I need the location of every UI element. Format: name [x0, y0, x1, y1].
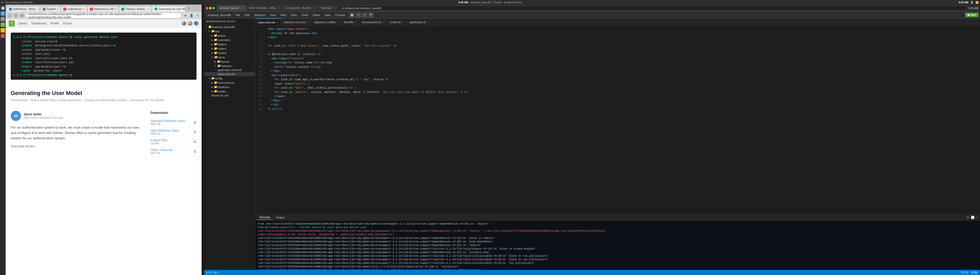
tab-close-1[interactable]: ×	[38, 8, 40, 10]
ide-browser-tab-2[interactable]: drive / treebook — Bitb... ×	[247, 5, 283, 11]
editor-content[interactable]: 12345 678910 1112131415 1617181920 <div …	[255, 26, 980, 214]
app-icon-terminal[interactable]: T	[0, 22, 5, 27]
ide-tool-save[interactable]: 💾	[349, 13, 355, 17]
ide-address-bar[interactable]: c9.io/bkenmur/treebook_bpostfit	[339, 6, 966, 11]
tree-item-index-erb[interactable]: index.html.erb	[204, 72, 255, 76]
tree-item-config[interactable]: ▼ 📂 config	[204, 76, 255, 81]
editor-tab-dev[interactable]: development.rb ×	[360, 18, 387, 26]
editor-tab-index[interactable]: index.html.erb ×	[255, 18, 281, 26]
tree-item-devise-yml[interactable]: devise.en.yml	[204, 93, 255, 98]
ide-browser-tab-1[interactable]: treebook_bposuf... ×	[217, 5, 246, 11]
browser-tab-6[interactable]: Generating the User Mo... ×	[152, 6, 185, 12]
nav-dashboard[interactable]: Dashboard	[32, 22, 46, 25]
ide-browser-tab-close-3[interactable]: ×	[314, 6, 315, 9]
notification-icon[interactable]: 🔔	[188, 21, 192, 26]
download-icon-3[interactable]: ⬇	[193, 140, 197, 144]
breadcrumb-course[interactable]: Build a Simple Ruby on Rails Application	[30, 98, 81, 101]
download-icon-4[interactable]: ⬇	[193, 150, 197, 153]
tree-item-mailers[interactable]: ▶ 📁 mailers	[204, 46, 255, 51]
download-name-1[interactable]: Standard Definition Video	[151, 119, 185, 123]
search-icon[interactable]: 🔍	[182, 21, 186, 26]
tree-item-controllers[interactable]: ▶ 📁 controllers	[204, 38, 255, 42]
ide-browser-tab-close-1[interactable]: ×	[242, 6, 244, 9]
menu-item-help[interactable]: Help	[323, 13, 332, 17]
tree-item-models[interactable]: ▶ 📁 models	[204, 51, 255, 55]
editor-tab-close-dev[interactable]: ×	[383, 21, 385, 24]
editor-tab-close-index[interactable]: ×	[277, 21, 278, 24]
tab-close-4[interactable]: ×	[115, 8, 116, 10]
menu-item-share[interactable]: Share	[310, 13, 322, 17]
app-menu-apple[interactable]: ●	[2, 1, 3, 4]
editor-tab-routes[interactable]: routes.rb ×	[387, 18, 407, 26]
ide-tool-redo[interactable]: ↻	[362, 13, 368, 17]
treehouse-logo[interactable]: T	[9, 21, 15, 27]
ide-tool-search[interactable]: 🔍	[368, 13, 374, 17]
editor-tab-gemfile[interactable]: Gemfile ×	[342, 18, 360, 26]
breadcrumb-programming[interactable]: Programming	[11, 98, 27, 101]
download-name-3[interactable]: Project Files	[151, 139, 167, 142]
ide-browser-tab-4[interactable]: Treebook ×	[318, 5, 337, 11]
tree-item-initializers[interactable]: ▶ 📁 initializers	[204, 85, 255, 89]
address-bar[interactable]: teamtreehouse.com/library/programming/bu…	[25, 13, 182, 18]
editor-tab-close-routes[interactable]: ×	[402, 21, 404, 24]
new-tab-button[interactable]: +	[186, 6, 191, 10]
editor-tab-close-appconfig[interactable]: ×	[428, 21, 429, 24]
download-icon-2[interactable]: ⬇	[193, 130, 197, 134]
menu-item-file[interactable]: File	[234, 13, 242, 17]
browser-tab-4[interactable]: tredemercury | All ×	[88, 6, 118, 12]
browser-tab-1[interactable]: twitterlenary - Asino... ×	[6, 6, 40, 12]
refresh-button[interactable]: ↺	[19, 13, 24, 18]
editor-tab-coffee[interactable]: statuses.js.coffee ×	[311, 18, 342, 26]
tree-item-statuses[interactable]: ▼ 📂 statuses	[204, 64, 255, 68]
app-icon-files[interactable]: F	[0, 17, 5, 21]
tree-item-application-erb[interactable]: application.html.erb	[204, 68, 255, 72]
ide-browser-tab-close-4[interactable]: ×	[333, 6, 334, 9]
maximize-window-button[interactable]	[212, 7, 215, 9]
editor-tab-close-css[interactable]: ×	[307, 21, 309, 24]
menu-item-edit[interactable]: Edit	[242, 13, 251, 17]
nav-profile[interactable]: Profile	[50, 22, 59, 25]
terminal-close-icon[interactable]: ×	[976, 216, 978, 219]
browser-tab-5[interactable]: Training | Sreebo... ×	[119, 6, 151, 12]
menu-item-goto[interactable]: Goto	[289, 13, 299, 17]
bookmark-icon[interactable]: ★	[183, 13, 188, 18]
settings-icon[interactable]: ⚙	[194, 21, 199, 26]
minimize-window-button[interactable]	[209, 7, 212, 9]
output-tab[interactable]: Output	[274, 215, 286, 220]
tree-item-environments[interactable]: ▶ 📁 environments	[204, 81, 255, 85]
menu-item-find[interactable]: Find	[268, 13, 277, 17]
nav-library[interactable]: Library	[18, 22, 27, 25]
tab-close-5[interactable]: ×	[148, 8, 150, 10]
tree-item-views[interactable]: ▼ 📂 views	[204, 55, 255, 59]
app-icon-browser[interactable]: B	[0, 11, 5, 16]
tree-item-helpers[interactable]: ▶ 📁 helpers	[204, 42, 255, 46]
download-icon-1[interactable]: ⬇	[193, 120, 197, 125]
download-name-4[interactable]: Video Transcript	[151, 148, 173, 152]
editor-tab-close-coffee[interactable]: ×	[337, 21, 339, 24]
terminal-tab[interactable]: Terminal	[257, 215, 272, 220]
tab-close-2[interactable]: ×	[57, 8, 58, 10]
tree-item-app[interactable]: ▼ 📂 app	[204, 29, 255, 33]
ide-browser-tab-3[interactable]: Components - Bootstr... ×	[283, 5, 318, 11]
ide-tool-undo[interactable]: ↺	[355, 13, 361, 17]
breadcrumb-section[interactable]: Creating an Authentication System	[84, 98, 127, 101]
tree-item-root[interactable]: ▼ 📁 treebook_bposutfit	[204, 25, 255, 29]
terminal-maximize-icon[interactable]: ⬜	[971, 216, 975, 219]
menu-item-project[interactable]: treebook_bposutfit	[206, 13, 233, 17]
menu-item-preview[interactable]: Preview	[333, 13, 347, 17]
app-icon-chrome[interactable]: ⬤	[0, 6, 5, 10]
browser-tab-2[interactable]: Support ×	[40, 6, 60, 12]
close-window-button[interactable]	[206, 7, 208, 9]
app-icon-other[interactable]: O	[0, 33, 5, 38]
back-button[interactable]: ‹	[7, 13, 12, 18]
editor-tab-css[interactable]: statuses.css.scss ×	[281, 18, 311, 26]
editor-tab-close-gemfile[interactable]: ×	[355, 21, 357, 24]
tree-item-assets[interactable]: ▶ 📁 assets	[204, 33, 255, 38]
download-name-2[interactable]: High Definition Video	[151, 129, 179, 133]
forward-button[interactable]: ›	[13, 13, 18, 18]
nav-forum[interactable]: Forum	[63, 22, 72, 25]
code-editor[interactable]: <div class="page-header"> <h1>All of the…	[264, 26, 980, 214]
menu-item-view[interactable]: View	[278, 13, 288, 17]
terminal-settings-icon[interactable]: ⚙	[966, 216, 969, 219]
ide-browser-tab-close-2[interactable]: ×	[279, 6, 280, 9]
